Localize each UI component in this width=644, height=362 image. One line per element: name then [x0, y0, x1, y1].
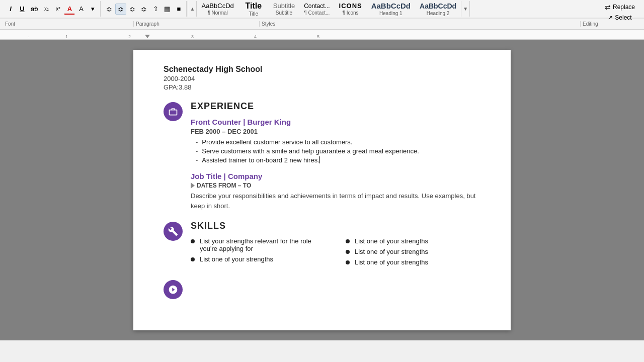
skills-right-item-1: List one of your strengths [346, 237, 480, 245]
job1-bullet1: - Provide excellent customer service to … [196, 138, 480, 146]
ruler-indent-marker [145, 35, 150, 38]
skills-heading: SKILLS [191, 221, 480, 231]
job1-bullet2: - Serve customers with a smile and help … [196, 147, 480, 155]
experience-section: EXPERIENCE Front Counter | Burger King F… [164, 101, 480, 211]
style-heading2[interactable]: AaBbCcDd Heading 2 [415, 1, 461, 17]
experience-icon [164, 102, 183, 121]
experience-content: EXPERIENCE Front Counter | Burger King F… [191, 101, 480, 211]
skills-col-left: List your strengths relevant for the rol… [191, 237, 326, 269]
italic-button[interactable]: I [5, 4, 16, 15]
skills-icon [164, 222, 183, 241]
job1-dates: FEB 2000 – DEC 2001 [191, 128, 480, 135]
ruler: · 1 2 3 4 5 [0, 30, 644, 40]
style-normal[interactable]: AaBbCcDd ¶ Normal [197, 1, 238, 17]
replace-icon: ⇄ [605, 3, 611, 11]
bottom-icon [164, 280, 183, 299]
job2-title: Job Title | Company [191, 172, 480, 180]
style-subtitle-label: Subtitle [276, 10, 292, 16]
bottom-icon-svg [168, 285, 178, 295]
style-h1-label: Heading 1 [379, 11, 403, 16]
indent-marker [191, 183, 195, 189]
select-label: Select [615, 14, 631, 21]
skills-icon-svg [168, 226, 178, 236]
font-color-button[interactable]: A [64, 4, 75, 15]
style-contact[interactable]: Contact... ¶ Contact... [299, 1, 334, 17]
style-icons[interactable]: ICONS ¶ Icons [335, 1, 367, 17]
skills-list-right: List one of your strengths List one of y… [346, 237, 480, 266]
editing-section-label: Editing [581, 21, 641, 27]
toolbar: I U ab x₂ x² A A ▾ ≎ ≎ ≎ ≎ ⇧ ▦ ■ ▲ AaBbC… [0, 0, 644, 30]
paragraph-section-label: Paragraph [134, 21, 260, 27]
skills-columns: List your strengths relevant for the rol… [191, 237, 480, 269]
styles-scroll-down[interactable]: ▼ [461, 1, 470, 17]
job1-bullets: - Provide excellent customer service to … [196, 138, 480, 164]
style-contact-label: ¶ Contact... [304, 10, 330, 16]
skills-content: SKILLS List your strengths relevant for … [191, 221, 480, 269]
font-group: I U ab x₂ x² A A ▾ [3, 1, 101, 17]
job2-desc: Describe your responsibilities and achie… [191, 191, 480, 211]
editing-group: ⇄ Replace ↗ Select [599, 1, 641, 17]
subscript-button[interactable]: x₂ [41, 4, 52, 15]
paragraph-group: ≎ ≎ ≎ ≎ ⇧ ▦ ■ [102, 1, 187, 17]
document-area[interactable]: Schenectady High School 2000-2004 GPA:3.… [0, 40, 644, 340]
page: Schenectady High School 2000-2004 GPA:3.… [133, 50, 511, 330]
align-right-button[interactable]: ≎ [127, 4, 138, 15]
borders-button[interactable]: ■ [173, 4, 184, 15]
style-title[interactable]: Title Title [238, 1, 269, 17]
styles-scroll-up[interactable]: ▲ [188, 1, 197, 17]
align-center-button[interactable]: ≎ [115, 4, 126, 15]
style-h2-label: Heading 2 [427, 11, 450, 16]
job2-dates: DATES FROM – TO [191, 182, 480, 189]
font-color-dropdown[interactable]: ▾ [87, 4, 98, 15]
section-labels: Font Paragraph Styles Editing [0, 18, 644, 29]
style-heading1[interactable]: AaBbCcDd Heading 1 [367, 1, 415, 17]
font-section-label: Font [3, 21, 134, 27]
job1-title: Front Counter | Burger King [191, 118, 480, 126]
skills-section: SKILLS List your strengths relevant for … [164, 221, 480, 269]
highlight-button[interactable]: A [75, 4, 87, 15]
school-gpa: GPA:3.88 [164, 83, 480, 91]
briefcase-icon [168, 107, 178, 117]
shading-button[interactable]: ▦ [162, 4, 173, 15]
replace-button[interactable]: ⇄ Replace [603, 2, 637, 12]
superscript-button[interactable]: x² [52, 4, 63, 15]
style-icons-label: ¶ Icons [343, 10, 359, 16]
style-subtitle[interactable]: Subtitle Subtitle [269, 1, 299, 17]
skills-col-right: List one of your strengths List one of y… [346, 237, 480, 269]
style-normal-label: ¶ Normal [207, 10, 227, 16]
skills-left-item-1: List your strengths relevant for the rol… [191, 237, 326, 252]
skills-left-item-2: List one of your strengths [191, 255, 326, 263]
style-title-label: Title [249, 11, 259, 17]
skills-list-left: List your strengths relevant for the rol… [191, 237, 326, 263]
toolbar-row1: I U ab x₂ x² A A ▾ ≎ ≎ ≎ ≎ ⇧ ▦ ■ ▲ AaBbC… [0, 0, 644, 18]
experience-heading: EXPERIENCE [191, 101, 480, 112]
text-cursor [319, 156, 320, 163]
styles-area: ▲ AaBbCcDd ¶ Normal Title Title Subtitle… [188, 1, 598, 17]
align-left-button[interactable]: ≎ [104, 4, 115, 15]
align-justify-button[interactable]: ≎ [138, 4, 149, 15]
line-spacing-button[interactable]: ⇧ [150, 4, 161, 15]
styles-section-label: Styles [260, 21, 581, 27]
school-name: Schenectady High School [164, 65, 480, 74]
skills-right-item-2: List one of your strengths [346, 248, 480, 255]
select-icon: ↗ [608, 14, 613, 21]
job2-block: Job Title | Company DATES FROM – TO Desc… [191, 172, 480, 211]
strikethrough-button[interactable]: ab [28, 4, 40, 15]
skills-right-item-3: List one of your strengths [346, 258, 480, 266]
bottom-section-hint [164, 279, 480, 299]
replace-label: Replace [613, 4, 635, 11]
underline-button[interactable]: U [17, 4, 28, 15]
school-dates: 2000-2004 [164, 75, 480, 82]
job1-bullet3: - Assisted trainer to on-board 2 new hir… [196, 156, 480, 164]
